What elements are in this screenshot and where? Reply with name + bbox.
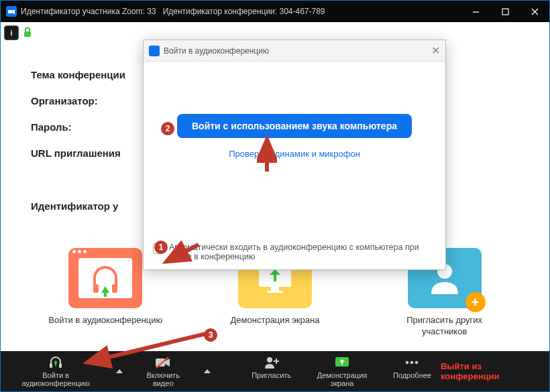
svg-rect-11 (59, 363, 62, 368)
svg-point-18 (406, 361, 409, 365)
window-maximize-button[interactable] (490, 1, 520, 22)
test-speaker-mic-link[interactable]: Проверить динамик и микрофон (157, 149, 432, 159)
toolbar-join-audio-label: Войти в аудиоконференцию (10, 371, 101, 387)
toolbar-more-button[interactable]: Подробнее (384, 352, 441, 382)
tile-invite-others-label: Пригласить других участников (384, 315, 505, 338)
svg-rect-5 (24, 31, 31, 37)
info-icon[interactable]: i (4, 25, 19, 40)
join-audio-dialog: Войти в аудиоконференцию ✕ Войти с испол… (143, 40, 446, 270)
window-close-button[interactable] (520, 1, 549, 22)
more-icon (404, 355, 419, 370)
label-password: Пароль: (31, 121, 125, 133)
toolbar-invite-label: Пригласить (252, 371, 291, 379)
toolbar-more-label: Подробнее (393, 371, 431, 379)
toolbar-start-video-label: Включить видео (137, 371, 190, 387)
annotation-badge-1: 1 (154, 241, 168, 254)
annotation-arrow-2 (257, 135, 277, 175)
toolbar-invite-button[interactable]: Пригласить (242, 352, 300, 382)
annotation-arrow-3 (81, 329, 215, 369)
tile-share-screen-label: Демонстрация экрана (231, 315, 320, 326)
plus-icon: + (465, 292, 486, 312)
label-participant-id: Идентификатор у (31, 200, 125, 212)
meeting-id-text: Идентификатор конференции: 304-467-789 (163, 7, 325, 16)
svg-rect-8 (267, 291, 283, 293)
video-options-chevron-icon[interactable] (199, 369, 216, 373)
label-host: Организатор: (31, 95, 125, 107)
headset-icon (48, 355, 63, 370)
leave-meeting-button[interactable]: Выйти из конференции (441, 361, 537, 381)
share-screen-icon (334, 355, 350, 370)
svg-point-19 (410, 361, 414, 365)
participant-id-text: Идентификатор участника Zoom: 33 (21, 7, 156, 16)
svg-rect-2 (502, 9, 508, 15)
svg-point-20 (415, 361, 419, 365)
window-minimize-button[interactable] (461, 1, 490, 22)
annotation-badge-2: 2 (161, 122, 174, 135)
annotation-badge-3: 3 (204, 328, 217, 342)
svg-rect-10 (50, 363, 52, 368)
dialog-close-button[interactable]: ✕ (431, 44, 440, 57)
tile-join-audio-label: Войти в аудиоконференцию (48, 315, 162, 326)
annotation-arrow-1 (162, 241, 202, 267)
audio-options-chevron-icon[interactable] (111, 369, 127, 373)
auto-join-audio-label: Автоматически входить в аудиоконференцию… (169, 243, 436, 261)
svg-rect-7 (271, 287, 279, 291)
label-invite-url: URL приглашения (31, 147, 125, 159)
window-titlebar: Идентификатор участника Zoom: 33 Идентиф… (1, 1, 549, 22)
join-computer-audio-button[interactable]: Войти с использованием звука компьютера (177, 114, 412, 138)
label-topic: Тема конференции (31, 69, 125, 80)
svg-point-14 (267, 357, 272, 363)
svg-line-21 (166, 245, 199, 262)
zoom-icon (6, 6, 17, 17)
invite-icon (264, 355, 280, 370)
toolbar-share-screen-label: Демонстрация экрана (310, 371, 374, 387)
dialog-titlebar: Войти в аудиоконференцию ✕ (144, 40, 445, 62)
encrypted-lock-icon (23, 27, 32, 40)
toolbar-share-screen-button[interactable]: Демонстрация экрана (300, 352, 384, 390)
svg-line-23 (87, 333, 209, 363)
zoom-icon (149, 46, 160, 56)
dialog-title: Войти в аудиоконференцию (164, 46, 269, 56)
svg-rect-0 (8, 10, 12, 13)
